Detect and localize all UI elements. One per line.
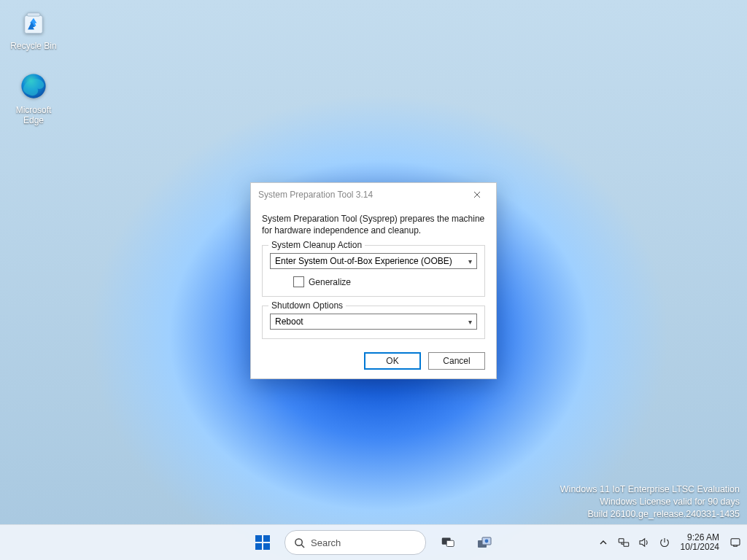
taskbar-clock[interactable]: 9:26 AM 10/1/2024 — [676, 533, 724, 552]
dialog-description: System Preparation Tool (Sysprep) prepar… — [262, 213, 485, 236]
clock-date: 10/1/2024 — [681, 542, 719, 552]
desktop-icon-label: Microsoft Edge — [6, 105, 61, 125]
edge-icon — [18, 70, 50, 102]
cleanup-action-group: System Cleanup Action Enter System Out-o… — [262, 245, 485, 297]
svg-rect-6 — [263, 543, 270, 550]
close-icon — [473, 191, 481, 198]
search-placeholder: Search — [311, 537, 341, 548]
close-button[interactable] — [461, 185, 493, 204]
svg-line-8 — [301, 545, 304, 548]
cancel-button[interactable]: Cancel — [428, 352, 485, 370]
taskbar-app-sysprep[interactable] — [470, 528, 499, 557]
tray-overflow-button[interactable] — [595, 528, 612, 557]
svg-rect-1 — [27, 13, 40, 16]
dialog-titlebar[interactable]: System Preparation Tool 3.14 — [251, 183, 496, 206]
shutdown-options-value: Reboot — [275, 316, 303, 327]
dialog-title: System Preparation Tool 3.14 — [258, 190, 373, 200]
windows-logo-icon — [254, 534, 271, 551]
bell-icon — [729, 536, 742, 549]
svg-rect-4 — [263, 535, 270, 542]
cleanup-action-select[interactable]: Enter System Out-of-Box Experience (OOBE… — [270, 253, 477, 269]
chevron-up-icon — [599, 538, 608, 547]
taskbar-search[interactable]: Search — [285, 530, 426, 555]
generalize-checkbox[interactable] — [293, 276, 304, 287]
shutdown-options-legend: Shutdown Options — [268, 300, 346, 311]
task-view-button[interactable] — [433, 528, 462, 557]
volume-icon[interactable] — [635, 528, 653, 557]
svg-rect-10 — [446, 540, 454, 546]
chevron-down-icon: ▾ — [468, 257, 472, 265]
notifications-button[interactable] — [727, 528, 744, 557]
recycle-bin-icon — [18, 6, 50, 38]
desktop-icon-edge[interactable]: Microsoft Edge — [6, 70, 61, 125]
cleanup-action-value: Enter System Out-of-Box Experience (OOBE… — [275, 256, 452, 266]
taskbar: Search — [0, 524, 747, 560]
chevron-down-icon: ▾ — [468, 318, 472, 326]
shutdown-options-group: Shutdown Options Reboot ▾ — [262, 306, 485, 339]
sysprep-dialog: System Preparation Tool 3.14 System Prep… — [250, 182, 497, 379]
search-icon — [294, 537, 305, 548]
svg-rect-5 — [255, 543, 262, 550]
svg-rect-3 — [255, 535, 262, 542]
svg-rect-16 — [731, 539, 740, 545]
activation-watermark: Windows 11 IoT Enterprise LTSC Evaluatio… — [560, 483, 740, 521]
svg-rect-14 — [619, 539, 624, 542]
task-view-icon — [440, 534, 456, 551]
start-button[interactable] — [248, 528, 277, 557]
sysprep-app-icon — [476, 534, 493, 551]
svg-point-7 — [295, 538, 302, 545]
shutdown-options-select[interactable]: Reboot ▾ — [270, 314, 477, 330]
desktop-icon-label: Recycle Bin — [6, 41, 61, 51]
network-icon[interactable] — [615, 528, 632, 557]
svg-rect-15 — [624, 542, 629, 546]
svg-point-13 — [485, 540, 489, 543]
cleanup-action-legend: System Cleanup Action — [268, 240, 365, 250]
desktop-icon-recycle-bin[interactable]: Recycle Bin — [6, 6, 61, 51]
generalize-label: Generalize — [309, 277, 351, 287]
ok-button[interactable]: OK — [364, 352, 421, 370]
power-icon[interactable] — [656, 528, 673, 557]
